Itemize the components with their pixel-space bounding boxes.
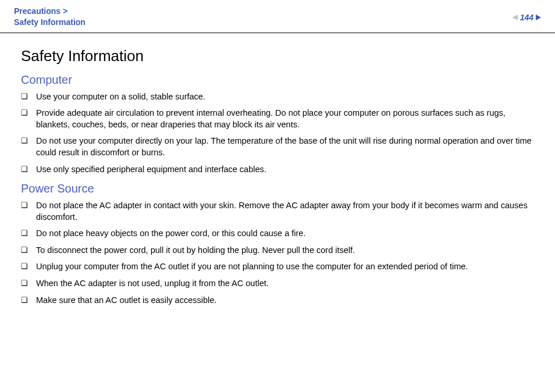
list-item: ❏Provide adequate air circulation to pre… (21, 108, 534, 130)
section-heading-power: Power Source (21, 182, 534, 195)
section-heading-computer: Computer (21, 73, 534, 87)
list-power: ❏Do not place the AC adapter in contact … (21, 200, 534, 306)
list-item-text: Use your computer on a solid, stable sur… (36, 91, 534, 103)
list-item: ❏Unplug your computer from the AC outlet… (21, 261, 534, 273)
breadcrumb-line2: Safety Information (14, 17, 86, 28)
list-item-text: Do not place heavy objects on the power … (36, 228, 534, 240)
list-item-text: To disconnect the power cord, pull it ou… (36, 245, 534, 256)
list-computer: ❏Use your computer on a solid, stable su… (21, 91, 534, 175)
bullet-icon: ❏ (21, 295, 28, 305)
page-nav: 144 (513, 6, 541, 22)
list-item: ❏Use only specified peripheral equipment… (21, 164, 534, 176)
bullet-icon: ❏ (21, 200, 28, 211)
list-item: ❏Make sure that an AC outlet is easily a… (21, 295, 534, 307)
next-page-icon[interactable] (536, 15, 541, 20)
bullet-icon: ❏ (21, 108, 28, 118)
list-item: ❏To disconnect the power cord, pull it o… (21, 245, 534, 256)
list-item-text: Do not use your computer directly on you… (36, 136, 534, 158)
bullet-icon: ❏ (21, 164, 28, 174)
list-item: ❏Do not place the AC adapter in contact … (21, 200, 534, 223)
prev-page-icon[interactable] (513, 15, 518, 20)
bullet-icon: ❏ (21, 228, 28, 238)
page-number: 144 (520, 13, 533, 22)
list-item-text: Do not place the AC adapter in contact w… (36, 200, 534, 223)
page-content: Safety Information Computer ❏Use your co… (0, 33, 555, 306)
bullet-icon: ❏ (21, 91, 28, 102)
list-item: ❏Use your computer on a solid, stable su… (21, 91, 534, 103)
bullet-icon: ❏ (21, 245, 28, 255)
bullet-icon: ❏ (21, 261, 28, 272)
breadcrumb-line1: Precautions > (14, 6, 86, 17)
list-item: ❏Do not place heavy objects on the power… (21, 228, 534, 240)
breadcrumb: Precautions > Safety Information (14, 6, 86, 28)
list-item-text: Unplug your computer from the AC outlet … (36, 261, 534, 273)
page-header: Precautions > Safety Information 144 (0, 0, 555, 33)
bullet-icon: ❏ (21, 136, 28, 146)
list-item-text: Provide adequate air circulation to prev… (36, 108, 534, 130)
page-title: Safety Information (21, 47, 534, 65)
list-item: ❏When the AC adapter is not used, unplug… (21, 278, 534, 290)
list-item: ❏Do not use your computer directly on yo… (21, 136, 534, 158)
list-item-text: Make sure that an AC outlet is easily ac… (36, 295, 534, 307)
list-item-text: When the AC adapter is not used, unplug … (36, 278, 534, 290)
list-item-text: Use only specified peripheral equipment … (36, 164, 534, 176)
bullet-icon: ❏ (21, 278, 28, 288)
